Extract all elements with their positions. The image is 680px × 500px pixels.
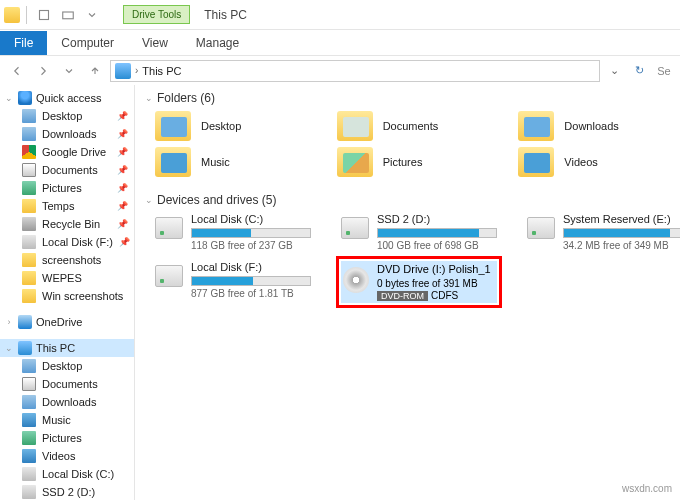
drive-sub: 34.2 MB free of 349 MB [563,240,680,251]
svg-rect-0 [40,10,49,19]
hdd-icon [527,217,555,239]
sidebar-item-google-drive[interactable]: Google Drive📌 [0,143,134,161]
sidebar-item-local-disk-f-[interactable]: Local Disk (F:)📌 [0,233,134,251]
nav-back[interactable] [6,60,28,82]
window-title: This PC [204,8,247,22]
chevron-right-icon: › [4,317,14,327]
this-pc-icon [115,63,131,79]
sidebar-item-videos[interactable]: Videos [0,447,134,465]
tree-item-label: Local Disk (F:) [42,236,113,248]
svg-rect-1 [63,12,74,19]
drives-group-header[interactable]: ⌄ Devices and drives (5) [145,193,670,207]
pin-icon: 📌 [117,183,128,193]
sidebar-item-music[interactable]: Music [0,411,134,429]
tab-view[interactable]: View [128,31,182,55]
onedrive-label: OneDrive [36,316,82,328]
sidebar-item-screenshots[interactable]: screenshots [0,251,134,269]
address-dropdown[interactable]: ⌄ [604,64,624,77]
sidebar-item-ssd-2-d-[interactable]: SSD 2 (D:) [0,483,134,500]
refresh-button[interactable]: ↻ [628,64,650,77]
tree-item-label: screenshots [42,254,101,266]
qat-properties[interactable] [33,4,55,26]
usage-bar [563,228,680,238]
sidebar-item-temps[interactable]: Temps📌 [0,197,134,215]
folder-icon [22,395,36,409]
drive-sub: 118 GB free of 237 GB [191,240,311,251]
drive-tile-local-disk-f-[interactable]: Local Disk (F:)877 GB free of 1.81 TB [155,261,311,303]
address-bar[interactable]: › This PC [110,60,600,82]
pin-icon: 📌 [117,219,128,229]
qat-dropdown[interactable] [81,4,103,26]
tree-item-label: SSD 2 (D:) [42,486,95,498]
qat-new-folder[interactable] [57,4,79,26]
address-row: › This PC ⌄ ↻ Se [0,55,680,85]
tree-quick-access[interactable]: ⌄ Quick access [0,89,134,107]
titlebar: Drive Tools This PC [0,0,680,30]
tree-this-pc[interactable]: ⌄ This PC [0,339,134,357]
tab-manage[interactable]: Manage [182,31,253,55]
folder-icon [22,467,36,481]
folder-icon [22,289,36,303]
folders-group-header[interactable]: ⌄ Folders (6) [145,91,670,105]
tree-item-label: Desktop [42,110,82,122]
folder-icon [155,111,191,141]
content-pane[interactable]: ⌄ Folders (6) DesktopDocumentsDownloadsM… [135,85,680,500]
search-button[interactable]: Se [654,65,674,77]
folder-tile-music[interactable]: Music [155,147,307,177]
drive-sub: 877 GB free of 1.81 TB [191,288,311,299]
drive-tile-system-reserved-e-[interactable]: System Reserved (E:)34.2 MB free of 349 … [527,213,680,251]
folder-icon [22,145,36,159]
sidebar-item-downloads[interactable]: Downloads📌 [0,125,134,143]
folder-icon [22,359,36,373]
usage-bar [377,228,497,238]
tab-computer[interactable]: Computer [47,31,128,55]
explorer-icon [4,7,20,23]
tree-item-label: Music [42,414,71,426]
disc-icon [343,267,369,293]
hdd-icon [155,265,183,287]
folder-label: Documents [383,120,439,132]
sidebar-item-local-disk-c-[interactable]: Local Disk (C:) [0,465,134,483]
tree-item-label: Pictures [42,182,82,194]
drive-tile-dvd[interactable]: DVD Drive (I:) Polish_10 bytes free of 3… [341,261,497,303]
folder-icon [337,111,373,141]
sidebar-item-recycle-bin[interactable]: Recycle Bin📌 [0,215,134,233]
tree-item-label: Desktop [42,360,82,372]
tree-onedrive[interactable]: › OneDrive [0,313,134,331]
nav-up[interactable] [84,60,106,82]
pin-icon: 📌 [117,165,128,175]
folder-tile-downloads[interactable]: Downloads [518,111,670,141]
folders-header-label: Folders (6) [157,91,215,105]
sidebar-item-pictures[interactable]: Pictures📌 [0,179,134,197]
sidebar-item-documents[interactable]: Documents📌 [0,161,134,179]
sidebar-item-desktop[interactable]: Desktop [0,357,134,375]
sidebar-item-wepes[interactable]: WEPES [0,269,134,287]
sidebar-item-win-screenshots[interactable]: Win screenshots [0,287,134,305]
folder-tile-pictures[interactable]: Pictures [337,147,489,177]
nav-pane[interactable]: ⌄ Quick access Desktop📌Downloads📌Google … [0,85,135,500]
tree-item-label: Downloads [42,128,96,140]
folder-tile-documents[interactable]: Documents [337,111,489,141]
monitor-icon [18,341,32,355]
sidebar-item-desktop[interactable]: Desktop📌 [0,107,134,125]
folder-tile-desktop[interactable]: Desktop [155,111,307,141]
drive-tile-ssd-2-d-[interactable]: SSD 2 (D:)100 GB free of 698 GB [341,213,497,251]
file-tab[interactable]: File [0,31,47,55]
sidebar-item-pictures[interactable]: Pictures [0,429,134,447]
pin-icon: 📌 [119,237,130,247]
breadcrumb[interactable]: This PC [142,65,181,77]
filesystem-label: CDFS [431,290,458,301]
sidebar-item-downloads[interactable]: Downloads [0,393,134,411]
drive-sub: 0 bytes free of 391 MB [377,278,495,289]
sidebar-item-documents[interactable]: Documents [0,375,134,393]
nav-forward[interactable] [32,60,54,82]
nav-recent[interactable] [58,60,80,82]
folder-tile-videos[interactable]: Videos [518,147,670,177]
folder-label: Pictures [383,156,423,168]
folder-icon [22,199,36,213]
drives-header-label: Devices and drives (5) [157,193,276,207]
this-pc-label: This PC [36,342,75,354]
tree-item-label: Videos [42,450,75,462]
drive-tile-local-disk-c-[interactable]: Local Disk (C:)118 GB free of 237 GB [155,213,311,251]
context-tab-drive-tools[interactable]: Drive Tools [123,5,190,24]
